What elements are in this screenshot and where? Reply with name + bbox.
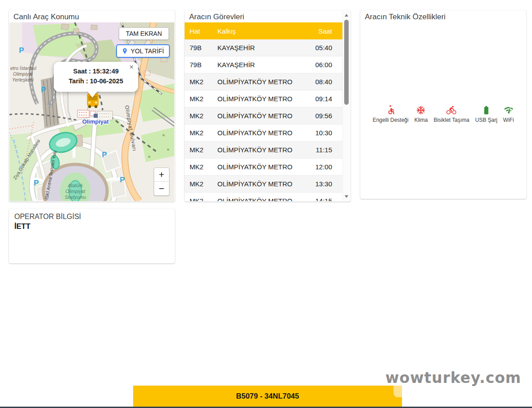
fullscreen-button-label: TAM EKRAN xyxy=(126,30,162,37)
zoom-in-button[interactable]: + xyxy=(154,168,169,181)
feature-label: USB Şarj xyxy=(475,117,497,123)
parking-marker: P xyxy=(102,150,107,159)
table-row: MK2 OLİMPİYATKÖY METRO 14:15 xyxy=(185,193,343,201)
table-row: MK2 OLİMPİYATKÖY METRO 08:40 xyxy=(185,73,343,90)
technical-specs-card: Aracın Teknik Özellikleri Engelli Desteğ… xyxy=(360,10,526,199)
feature-label: Engelli Desteği xyxy=(372,117,408,123)
feature-label: Bisiklet Taşıma xyxy=(433,117,469,123)
cell-hat: MK2 xyxy=(185,163,216,171)
cell-saat: 06:00 xyxy=(303,61,343,69)
feature-list: Engelli Desteği Klima Bisiklet Taşıma US… xyxy=(360,105,526,123)
location-pin-icon xyxy=(122,47,128,55)
table-header-row: Hat Kalkış Saat xyxy=(185,22,343,39)
cell-hat: MK2 xyxy=(185,78,216,86)
column-header-kalkis: Kalkış xyxy=(216,27,303,35)
feature-wheelchair: Engelli Desteği xyxy=(372,105,408,123)
parking-marker: P xyxy=(19,46,24,55)
map-label-campus-line1: etro İstanbul xyxy=(10,65,36,71)
popup-close-icon[interactable]: × xyxy=(130,64,134,71)
scroll-up-arrow-icon[interactable] xyxy=(343,12,350,19)
table-row: MK2 OLİMPİYATKÖY METRO 09:56 xyxy=(185,107,343,125)
fullscreen-button[interactable]: TAM EKRAN xyxy=(119,27,169,40)
cell-saat: 10:30 xyxy=(303,129,343,137)
cell-kalkis: OLİMPİYATKÖY METRO xyxy=(216,146,303,154)
vehicle-plate-bar: B5079 - 34NL7045 xyxy=(133,386,402,407)
vehicle-plate-text: B5079 - 34NL7045 xyxy=(236,392,299,400)
parking-marker: P xyxy=(34,179,39,187)
map-label-campus-line3: Yerleşkesi xyxy=(12,77,34,82)
cell-hat: MK2 xyxy=(185,95,216,103)
cell-saat: 08:40 xyxy=(303,78,343,86)
cell-kalkis: KAYAŞEHİR xyxy=(216,61,303,69)
operator-name: İETT xyxy=(9,221,175,232)
table-row: MK2 OLİMPİYATKÖY METRO 09:14 xyxy=(185,90,343,107)
popup-tail xyxy=(87,90,98,98)
cell-saat: 05:40 xyxy=(303,44,343,52)
cell-hat: 79B xyxy=(185,44,216,52)
cell-hat: MK2 xyxy=(185,112,216,120)
table-row: 79B KAYAŞEHİR 05:40 xyxy=(185,39,343,56)
cell-hat: MK2 xyxy=(185,180,216,188)
vehicle-info-popup: × Saat : 15:32:49 Tarih : 10-06-2025 xyxy=(54,62,138,92)
directions-button-label: YOL TARİFİ xyxy=(131,47,164,55)
column-header-hat: Hat xyxy=(185,27,216,35)
column-header-saat: Saat xyxy=(303,27,343,35)
tasks-scrollbar[interactable] xyxy=(342,11,350,201)
cell-kalkis: OLİMPİYATKÖY METRO xyxy=(216,180,303,188)
cell-saat: 09:56 xyxy=(303,112,343,120)
tasks-table: Hat Kalkış Saat 79B KAYAŞEHİR 05:40 79B … xyxy=(185,22,343,201)
table-row: MK2 OLİMPİYATKÖY METRO 10:30 xyxy=(185,125,343,142)
wheelchair-icon xyxy=(385,105,395,115)
cell-saat: 13:30 xyxy=(303,180,343,188)
parking-marker: P xyxy=(120,176,125,184)
wifi-icon xyxy=(504,105,514,115)
map-zoom-control: + − xyxy=(154,167,169,196)
map-label-campus-line2: Olimpiyat xyxy=(13,71,33,77)
feature-climate: Klima xyxy=(414,105,428,123)
table-row: MK2 OLİMPİYATKÖY METRO 12:00 xyxy=(185,159,343,176)
operator-info-card: OPERATOR BİLGİSİ İETT xyxy=(9,209,175,263)
directions-button[interactable]: YOL TARİFİ xyxy=(116,44,170,58)
cell-hat: 79B xyxy=(185,61,216,69)
operator-card-title: OPERATOR BİLGİSİ xyxy=(9,209,175,221)
cell-saat: 12:00 xyxy=(303,163,343,171)
battery-icon xyxy=(481,105,491,115)
cell-saat: 11:15 xyxy=(303,146,343,154)
map-card-title: Canlı Araç Konumu xyxy=(9,10,175,22)
vehicle-tasks-card: Aracın Görevleri Hat Kalkış Saat 79B KAY… xyxy=(185,10,350,202)
snowflake-icon xyxy=(416,105,426,115)
parking-marker: P xyxy=(41,86,46,94)
feature-bicycle: Bisiklet Taşıma xyxy=(433,105,469,123)
map-label-stadium-line3: Stadyumu xyxy=(65,194,86,200)
table-row: 79B KAYAŞEHİR 06:00 xyxy=(185,56,343,73)
map-label-station: Olimpiyat xyxy=(82,118,109,125)
feature-wifi: WiFi xyxy=(503,105,514,123)
table-body: 79B KAYAŞEHİR 05:40 79B KAYAŞEHİR 06:00 … xyxy=(185,39,343,201)
map-label-stadium-line1: Atatürk xyxy=(67,183,83,188)
cell-kalkis: OLİMPİYATKÖY METRO xyxy=(216,95,303,103)
cell-kalkis: OLİMPİYATKÖY METRO xyxy=(216,197,303,201)
live-location-card: Canlı Araç Konumu xyxy=(9,10,175,202)
feature-label: WiFi xyxy=(503,117,514,123)
cell-hat: MK2 xyxy=(185,129,216,137)
bar-corner-decoration xyxy=(394,386,402,397)
tech-card-title: Aracın Teknik Özellikleri xyxy=(360,10,526,22)
map-label-stadium-line2: Olimpiyat xyxy=(65,189,86,194)
bicycle-icon xyxy=(446,105,456,115)
cell-kalkis: OLİMPİYATKÖY METRO xyxy=(216,112,303,120)
table-row: MK2 OLİMPİYATKÖY METRO 11:15 xyxy=(185,142,343,159)
scrollbar-thumb[interactable] xyxy=(344,20,349,105)
map[interactable]: etro İstanbul Olimpiyat Yerleşkesi Olimp… xyxy=(9,22,174,201)
cell-kalkis: OLİMPİYATKÖY METRO xyxy=(216,129,303,137)
watermark: wowturkey.com xyxy=(385,369,521,387)
cell-hat: MK2 xyxy=(185,146,216,154)
popup-time: Saat : 15:32:49 xyxy=(57,67,134,77)
feature-usb-charge: USB Şarj xyxy=(475,105,497,123)
popup-date: Tarih : 10-06-2025 xyxy=(57,77,134,86)
cell-hat: MK2 xyxy=(185,197,216,201)
scroll-down-arrow-icon[interactable] xyxy=(343,193,350,200)
cell-kalkis: KAYAŞEHİR xyxy=(216,44,303,52)
cell-saat: 09:14 xyxy=(303,95,343,103)
zoom-out-button[interactable]: − xyxy=(154,181,169,195)
cell-kalkis: OLİMPİYATKÖY METRO xyxy=(216,163,303,171)
